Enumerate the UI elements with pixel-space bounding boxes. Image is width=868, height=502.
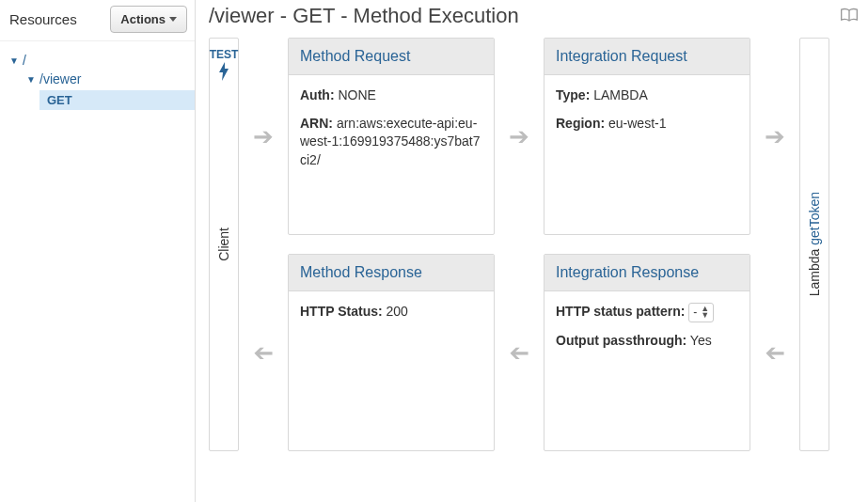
pattern-label: HTTP status pattern:	[556, 304, 685, 319]
arrow-integration-to-method-response: ➔	[500, 254, 538, 451]
chevron-down-icon	[169, 17, 177, 22]
auth-label: Auth:	[300, 87, 335, 102]
auth-value: NONE	[338, 87, 375, 102]
tree-method-get[interactable]: GET	[39, 90, 195, 110]
arrow-right-icon: ➔	[253, 124, 274, 149]
caret-down-icon: ▼	[26, 74, 36, 85]
status-pattern-select[interactable]: - ▲▼	[688, 303, 714, 322]
client-bar: TEST Client	[209, 38, 239, 451]
pattern-value: -	[693, 305, 697, 321]
method-execution-flow: TEST Client ➔ Method Request Auth: NONE …	[209, 38, 859, 451]
arrow-left-icon: ➔	[509, 340, 529, 365]
passthrough-label: Output passthrough:	[556, 333, 687, 348]
region-value: eu-west-1	[608, 116, 666, 131]
arrow-left-icon: ➔	[253, 340, 274, 365]
chevron-updown-icon: ▲▼	[701, 306, 709, 319]
method-request-header[interactable]: Method Request	[289, 39, 494, 75]
tree-root[interactable]: ▼ /	[9, 51, 195, 70]
arn-label: ARN:	[300, 116, 333, 131]
integration-request-card: Integration Request Type: LAMBDA Region:…	[544, 38, 750, 235]
integration-response-card: Integration Response HTTP status pattern…	[544, 254, 750, 451]
page-title: /viewer - GET - Method Execution	[209, 4, 519, 28]
type-label: Type:	[556, 87, 590, 102]
book-icon[interactable]	[840, 7, 859, 26]
sidebar-title: Resources	[9, 11, 77, 27]
region-label: Region:	[556, 116, 605, 131]
method-response-card: Method Response HTTP Status: 200	[288, 254, 495, 451]
method-request-card: Method Request Auth: NONE ARN: arn:aws:e…	[288, 38, 495, 235]
integration-request-header[interactable]: Integration Request	[544, 39, 750, 75]
test-button[interactable]: TEST	[210, 48, 239, 85]
arrow-client-to-method-request: ➔	[245, 38, 282, 235]
arrow-method-response-to-client: ➔	[245, 254, 282, 451]
test-label: TEST	[210, 48, 239, 61]
arrow-method-to-integration-request: ➔	[500, 38, 538, 235]
type-value: LAMBDA	[593, 87, 648, 102]
resource-tree: ▼ / ▼ /viewer GET	[0, 41, 195, 110]
method-response-header[interactable]: Method Response	[289, 255, 494, 291]
passthrough-value: Yes	[690, 333, 712, 348]
main-panel: /viewer - GET - Method Execution TEST Cl…	[196, 0, 868, 502]
lightning-icon	[216, 61, 231, 82]
arrow-left-icon: ➔	[765, 340, 785, 365]
tree-method-label: GET	[47, 93, 72, 107]
caret-down-icon: ▼	[9, 55, 19, 66]
resources-sidebar: Resources Actions ▼ / ▼ /viewer GET	[0, 0, 196, 502]
http-status-label: HTTP Status:	[300, 304, 383, 319]
tree-viewer-label: /viewer	[39, 71, 81, 86]
integration-response-header[interactable]: Integration Response	[544, 255, 750, 291]
tree-root-label: /	[23, 53, 26, 68]
lambda-bar[interactable]: Lambda getToken	[799, 38, 829, 451]
http-status-value: 200	[387, 304, 408, 319]
arrow-integration-request-to-lambda: ➔	[756, 38, 794, 235]
lambda-label: Lambda getToken	[807, 192, 822, 296]
tree-viewer[interactable]: ▼ /viewer	[9, 70, 195, 88]
arrow-right-icon: ➔	[509, 124, 529, 149]
client-label: Client	[216, 227, 231, 261]
actions-button[interactable]: Actions	[110, 6, 187, 33]
arrow-right-icon: ➔	[765, 124, 785, 149]
actions-label: Actions	[120, 12, 166, 26]
arrow-lambda-to-integration-response: ➔	[756, 254, 794, 451]
